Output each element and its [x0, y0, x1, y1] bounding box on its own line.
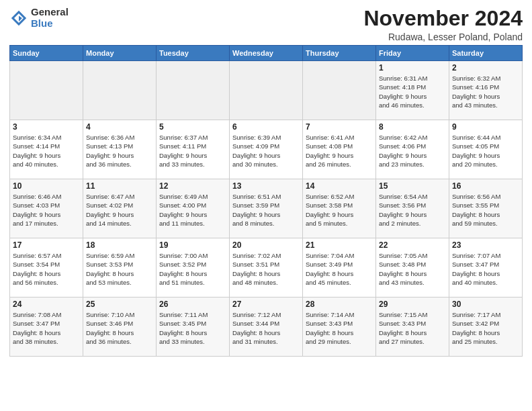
day-number: 10	[13, 181, 80, 191]
day-info: Sunrise: 6:51 AM Sunset: 3:59 PM Dayligh…	[232, 192, 300, 228]
calendar-day-cell: 7Sunrise: 6:41 AM Sunset: 4:08 PM Daylig…	[303, 120, 376, 179]
calendar-week-row: 1Sunrise: 6:31 AM Sunset: 4:18 PM Daylig…	[10, 61, 523, 120]
day-info: Sunrise: 6:54 AM Sunset: 3:56 PM Dayligh…	[379, 192, 446, 228]
day-info: Sunrise: 6:57 AM Sunset: 3:54 PM Dayligh…	[13, 251, 80, 287]
day-info: Sunrise: 6:32 AM Sunset: 4:16 PM Dayligh…	[452, 74, 519, 109]
calendar-day-cell: 9Sunrise: 6:44 AM Sunset: 4:05 PM Daylig…	[449, 120, 523, 179]
day-number: 2	[452, 63, 519, 73]
day-info: Sunrise: 7:02 AM Sunset: 3:51 PM Dayligh…	[232, 251, 300, 287]
day-info: Sunrise: 7:07 AM Sunset: 3:47 PM Dayligh…	[452, 251, 519, 287]
day-info: Sunrise: 6:47 AM Sunset: 4:02 PM Dayligh…	[86, 192, 153, 228]
day-number: 22	[379, 240, 446, 250]
calendar-day-cell: 19Sunrise: 7:00 AM Sunset: 3:52 PM Dayli…	[157, 238, 230, 298]
calendar-day-cell: 25Sunrise: 7:10 AM Sunset: 3:46 PM Dayli…	[83, 298, 157, 357]
day-info: Sunrise: 6:56 AM Sunset: 3:55 PM Dayligh…	[452, 192, 519, 228]
day-number: 12	[159, 181, 226, 191]
day-info: Sunrise: 7:10 AM Sunset: 3:46 PM Dayligh…	[86, 310, 153, 346]
day-number: 19	[159, 240, 226, 250]
calendar-day-cell: 30Sunrise: 7:17 AM Sunset: 3:42 PM Dayli…	[449, 298, 523, 357]
day-info: Sunrise: 6:52 AM Sunset: 3:58 PM Dayligh…	[306, 192, 373, 228]
calendar-day-cell: 16Sunrise: 6:56 AM Sunset: 3:55 PM Dayli…	[449, 179, 523, 238]
day-info: Sunrise: 7:17 AM Sunset: 3:42 PM Dayligh…	[452, 310, 519, 346]
calendar-day-cell: 8Sunrise: 6:42 AM Sunset: 4:06 PM Daylig…	[376, 120, 449, 179]
calendar-day-cell	[230, 61, 303, 120]
calendar-day-cell: 21Sunrise: 7:04 AM Sunset: 3:49 PM Dayli…	[303, 238, 376, 298]
calendar-day-cell	[10, 61, 83, 120]
calendar-day-cell	[157, 61, 230, 120]
calendar-day-cell: 14Sunrise: 6:52 AM Sunset: 3:58 PM Dayli…	[303, 179, 376, 238]
calendar-day-cell	[83, 61, 157, 120]
weekday-header: Wednesday	[230, 46, 303, 61]
calendar-day-cell: 2Sunrise: 6:32 AM Sunset: 4:16 PM Daylig…	[449, 61, 523, 120]
day-number: 24	[13, 300, 80, 309]
day-number: 23	[452, 240, 519, 250]
day-info: Sunrise: 6:44 AM Sunset: 4:05 PM Dayligh…	[452, 133, 519, 169]
day-number: 8	[379, 122, 446, 132]
calendar-day-cell: 26Sunrise: 7:11 AM Sunset: 3:45 PM Dayli…	[157, 298, 230, 357]
calendar-week-row: 17Sunrise: 6:57 AM Sunset: 3:54 PM Dayli…	[10, 238, 523, 298]
day-number: 25	[86, 300, 153, 309]
weekday-header: Thursday	[303, 46, 376, 61]
calendar-day-cell: 3Sunrise: 6:34 AM Sunset: 4:14 PM Daylig…	[10, 120, 83, 179]
day-info: Sunrise: 6:59 AM Sunset: 3:53 PM Dayligh…	[86, 251, 153, 287]
weekday-header: Saturday	[449, 46, 523, 61]
calendar-day-cell: 23Sunrise: 7:07 AM Sunset: 3:47 PM Dayli…	[449, 238, 523, 298]
logo: General Blue	[9, 7, 69, 29]
calendar-week-row: 3Sunrise: 6:34 AM Sunset: 4:14 PM Daylig…	[10, 120, 523, 179]
day-info: Sunrise: 7:00 AM Sunset: 3:52 PM Dayligh…	[159, 251, 226, 287]
day-info: Sunrise: 7:05 AM Sunset: 3:48 PM Dayligh…	[379, 251, 446, 287]
calendar-day-cell: 6Sunrise: 6:39 AM Sunset: 4:09 PM Daylig…	[230, 120, 303, 179]
day-info: Sunrise: 6:34 AM Sunset: 4:14 PM Dayligh…	[13, 133, 80, 169]
calendar-day-cell: 13Sunrise: 6:51 AM Sunset: 3:59 PM Dayli…	[230, 179, 303, 238]
calendar-day-cell: 24Sunrise: 7:08 AM Sunset: 3:47 PM Dayli…	[10, 298, 83, 357]
main-container: General Blue November 2024 Rudawa, Lesse…	[0, 0, 532, 361]
weekday-header-row: SundayMondayTuesdayWednesdayThursdayFrid…	[10, 46, 523, 61]
day-info: Sunrise: 6:31 AM Sunset: 4:18 PM Dayligh…	[379, 74, 446, 109]
calendar-day-cell: 22Sunrise: 7:05 AM Sunset: 3:48 PM Dayli…	[376, 238, 449, 298]
day-number: 18	[86, 240, 153, 250]
logo-text: General Blue	[31, 7, 69, 29]
calendar-week-row: 24Sunrise: 7:08 AM Sunset: 3:47 PM Dayli…	[10, 298, 523, 357]
calendar-day-cell: 15Sunrise: 6:54 AM Sunset: 3:56 PM Dayli…	[376, 179, 449, 238]
day-number: 9	[452, 122, 519, 132]
weekday-header: Monday	[83, 46, 157, 61]
day-number: 28	[306, 300, 373, 309]
day-info: Sunrise: 6:37 AM Sunset: 4:11 PM Dayligh…	[159, 133, 226, 169]
day-info: Sunrise: 6:39 AM Sunset: 4:09 PM Dayligh…	[232, 133, 300, 169]
calendar-day-cell: 28Sunrise: 7:14 AM Sunset: 3:43 PM Dayli…	[303, 298, 376, 357]
calendar-day-cell: 5Sunrise: 6:37 AM Sunset: 4:11 PM Daylig…	[157, 120, 230, 179]
calendar-day-cell: 18Sunrise: 6:59 AM Sunset: 3:53 PM Dayli…	[83, 238, 157, 298]
weekday-header: Tuesday	[157, 46, 230, 61]
weekday-header: Friday	[376, 46, 449, 61]
day-number: 21	[306, 240, 373, 250]
day-number: 5	[159, 122, 226, 132]
calendar-table: SundayMondayTuesdayWednesdayThursdayFrid…	[9, 45, 523, 357]
day-number: 6	[232, 122, 300, 132]
day-info: Sunrise: 6:41 AM Sunset: 4:08 PM Dayligh…	[306, 133, 373, 169]
day-number: 26	[159, 300, 226, 309]
day-number: 30	[452, 300, 519, 309]
month-title: November 2024	[363, 7, 523, 30]
calendar-day-cell: 10Sunrise: 6:46 AM Sunset: 4:03 PM Dayli…	[10, 179, 83, 238]
calendar-day-cell: 12Sunrise: 6:49 AM Sunset: 4:00 PM Dayli…	[157, 179, 230, 238]
day-number: 15	[379, 181, 446, 191]
calendar-week-row: 10Sunrise: 6:46 AM Sunset: 4:03 PM Dayli…	[10, 179, 523, 238]
location-subtitle: Rudawa, Lesser Poland, Poland	[363, 32, 523, 42]
day-number: 3	[13, 122, 80, 132]
weekday-header: Sunday	[10, 46, 83, 61]
day-info: Sunrise: 6:42 AM Sunset: 4:06 PM Dayligh…	[379, 133, 446, 169]
day-number: 11	[86, 181, 153, 191]
day-info: Sunrise: 7:11 AM Sunset: 3:45 PM Dayligh…	[159, 310, 226, 346]
day-number: 29	[379, 300, 446, 309]
day-info: Sunrise: 7:04 AM Sunset: 3:49 PM Dayligh…	[306, 251, 373, 287]
calendar-day-cell: 4Sunrise: 6:36 AM Sunset: 4:13 PM Daylig…	[83, 120, 157, 179]
calendar-day-cell: 17Sunrise: 6:57 AM Sunset: 3:54 PM Dayli…	[10, 238, 83, 298]
day-info: Sunrise: 7:08 AM Sunset: 3:47 PM Dayligh…	[13, 310, 80, 346]
logo-icon	[9, 9, 28, 28]
calendar-day-cell: 11Sunrise: 6:47 AM Sunset: 4:02 PM Dayli…	[83, 179, 157, 238]
calendar-day-cell: 27Sunrise: 7:12 AM Sunset: 3:44 PM Dayli…	[230, 298, 303, 357]
day-info: Sunrise: 6:36 AM Sunset: 4:13 PM Dayligh…	[86, 133, 153, 169]
day-number: 14	[306, 181, 373, 191]
day-number: 16	[452, 181, 519, 191]
calendar-day-cell: 20Sunrise: 7:02 AM Sunset: 3:51 PM Dayli…	[230, 238, 303, 298]
